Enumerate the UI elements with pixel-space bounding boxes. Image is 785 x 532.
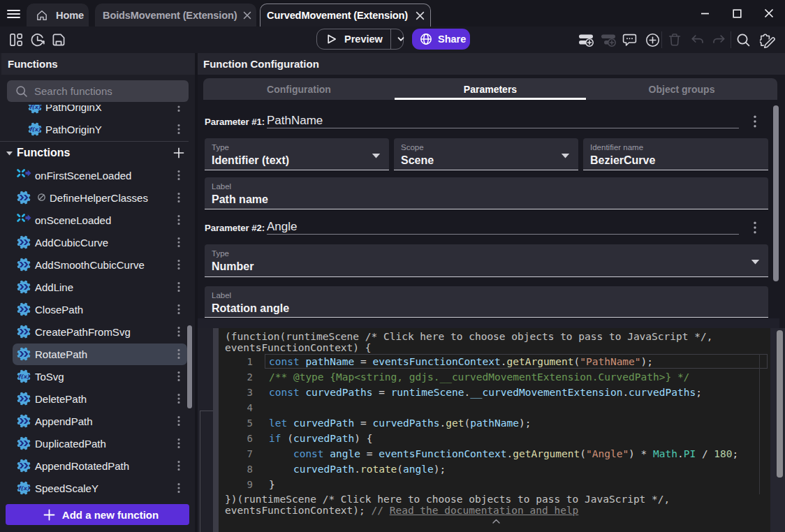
play-icon (326, 34, 337, 45)
item-menu-icon[interactable] (175, 415, 183, 427)
tab-boidsmovement-close-icon[interactable] (240, 8, 255, 23)
function-item-PathOriginY[interactable]: f(x)PathOriginY (0, 118, 195, 140)
param2-type-field[interactable]: Type Number (205, 244, 768, 277)
preview-button[interactable]: Preview (316, 29, 404, 50)
item-menu-icon[interactable] (175, 304, 183, 315)
item-menu-icon[interactable] (175, 281, 183, 293)
event-frame-line (200, 411, 214, 411)
main-panel-header: Function Configuration (198, 53, 785, 75)
function-item-onFirstSceneLoaded[interactable]: onFirstSceneLoaded (0, 164, 195, 186)
plus-icon (43, 509, 55, 521)
item-menu-icon[interactable] (175, 214, 183, 226)
tab-object-groups[interactable]: Object groups (586, 78, 777, 100)
function-item-ToSvg[interactable]: f(x)ToSvg (0, 365, 195, 387)
item-menu-icon[interactable] (175, 393, 183, 404)
tab-home[interactable]: Home (27, 3, 89, 27)
svg-text:f(x): f(x) (29, 105, 41, 110)
param1-scope-field[interactable]: Scope Scene (394, 138, 578, 170)
dropdown-caret-icon (751, 259, 760, 265)
parameter-2-name-input[interactable]: Angle (267, 220, 297, 234)
function-item-PathOriginX[interactable]: f(x)PathOriginX (0, 105, 195, 118)
parameter-1-name-input[interactable]: PathName (267, 114, 323, 128)
extension-edit-icon[interactable] (760, 27, 776, 53)
section-add-icon[interactable] (173, 147, 184, 158)
sidebar-scrollbar[interactable] (187, 325, 192, 408)
function-item-ClosePath[interactable]: ClosePath (0, 298, 195, 320)
search-icon[interactable] (736, 27, 751, 53)
function-action-icon (17, 302, 31, 316)
documentation-link[interactable]: Read the documentation and help (390, 505, 579, 516)
add-circle-icon[interactable] (645, 27, 660, 53)
function-lifecycle-icon (17, 168, 31, 178)
item-menu-icon[interactable] (175, 371, 183, 382)
open-panels-icon[interactable] (9, 27, 23, 53)
item-menu-icon[interactable] (175, 438, 183, 449)
tab-configuration[interactable]: Configuration (203, 78, 395, 100)
tab-parameters[interactable]: Parameters (395, 78, 586, 100)
function-item-DeletePath[interactable]: DeletePath (0, 387, 195, 410)
tab-curvedmovement-close-icon[interactable] (412, 8, 427, 23)
item-menu-icon[interactable] (175, 259, 183, 270)
window-minimize-button[interactable] (689, 0, 721, 27)
item-menu-icon[interactable] (175, 237, 183, 248)
function-item-SpeedScaleY[interactable]: f(x)SpeedScaleY (0, 477, 195, 499)
section-caret-icon[interactable] (6, 152, 13, 156)
function-expression-icon: f(x) (17, 369, 31, 383)
param1-type-field[interactable]: Type Identifier (text) (205, 138, 389, 170)
parameter-2-menu-icon[interactable] (754, 221, 756, 234)
add-new-function-button[interactable]: Add a new function (6, 504, 189, 525)
function-action-icon (17, 258, 31, 272)
event-drag-handle[interactable] (213, 328, 219, 532)
function-item-RotatePath[interactable]: RotatePath (0, 343, 195, 365)
add-comment-icon[interactable] (622, 27, 637, 53)
toolbar-separator (661, 31, 662, 48)
parameter-1-menu-icon[interactable] (754, 115, 756, 128)
function-item-DefineHelperClasses[interactable]: DefineHelperClasses (0, 186, 195, 209)
code-editor-surface[interactable]: (function(runtimeScene /* Click here to … (219, 328, 770, 532)
param1-identifier-name-field[interactable]: Identifier name BezierCurve (583, 138, 768, 170)
item-menu-icon[interactable] (175, 460, 183, 471)
item-menu-icon[interactable] (175, 482, 183, 494)
window-close-button[interactable] (753, 0, 785, 27)
add-new-function-label: Add a new function (62, 509, 159, 521)
hamburger-menu-icon[interactable] (7, 10, 20, 19)
tab-curvedmovement[interactable]: CurvedMovement (Extension) (260, 3, 431, 27)
function-item-AppendRotatedPath[interactable]: AppendRotatedPath (0, 455, 195, 477)
add-subevent-icon[interactable] (601, 27, 616, 53)
function-item-AddCubicCurve[interactable]: AddCubicCurve (0, 231, 195, 253)
function-item-onSceneLoaded[interactable]: onSceneLoaded (0, 209, 195, 231)
item-menu-icon[interactable] (175, 192, 183, 203)
tab-boidsmovement[interactable]: BoidsMovement (Extension) (95, 3, 256, 27)
resize-caret-icon[interactable] (492, 518, 501, 524)
share-button[interactable]: Share (412, 29, 470, 50)
item-menu-icon[interactable] (175, 326, 183, 337)
parameter-1-label: Parameter #1: (205, 117, 265, 127)
undo-icon[interactable] (690, 27, 705, 53)
function-item-AppendPath[interactable]: AppendPath (0, 410, 195, 432)
window-maximize-button[interactable] (721, 0, 753, 27)
redo-icon[interactable] (712, 27, 726, 53)
version-history-icon[interactable] (30, 27, 45, 53)
globe-icon (420, 33, 432, 45)
param1-label-field[interactable]: Label Path name (205, 177, 768, 209)
save-icon[interactable] (52, 27, 66, 53)
code-line-8: 8 curvedPath.rotate(angle); (219, 461, 770, 477)
item-menu-icon[interactable] (175, 348, 183, 360)
function-item-AddSmoothCubicCurve[interactable]: AddSmoothCubicCurve (0, 253, 195, 276)
item-menu-icon[interactable] (175, 105, 183, 112)
preview-dropdown-chevron-icon[interactable] (396, 34, 406, 44)
item-menu-icon[interactable] (175, 124, 183, 135)
trash-icon[interactable] (668, 27, 682, 53)
item-menu-icon[interactable] (175, 170, 183, 181)
function-item-CreatePathFromSvg[interactable]: CreatePathFromSvg (0, 320, 195, 343)
function-item-AddLine[interactable]: AddLine (0, 276, 195, 298)
editor-scrollbar[interactable] (777, 330, 783, 478)
config-panel-scrollbar[interactable] (773, 105, 779, 281)
function-item-DuplicatedPath[interactable]: DuplicatedPath (0, 432, 195, 455)
search-functions-input[interactable]: Search functions (7, 80, 189, 102)
sidebar-section-functions[interactable]: Functions (0, 142, 195, 164)
param2-label-field[interactable]: Label Rotation angle (205, 286, 768, 318)
code-line-1: 1const pathName = eventsFunctionContext.… (219, 354, 770, 369)
function-action-icon (17, 414, 31, 428)
add-event-icon[interactable] (578, 27, 594, 53)
